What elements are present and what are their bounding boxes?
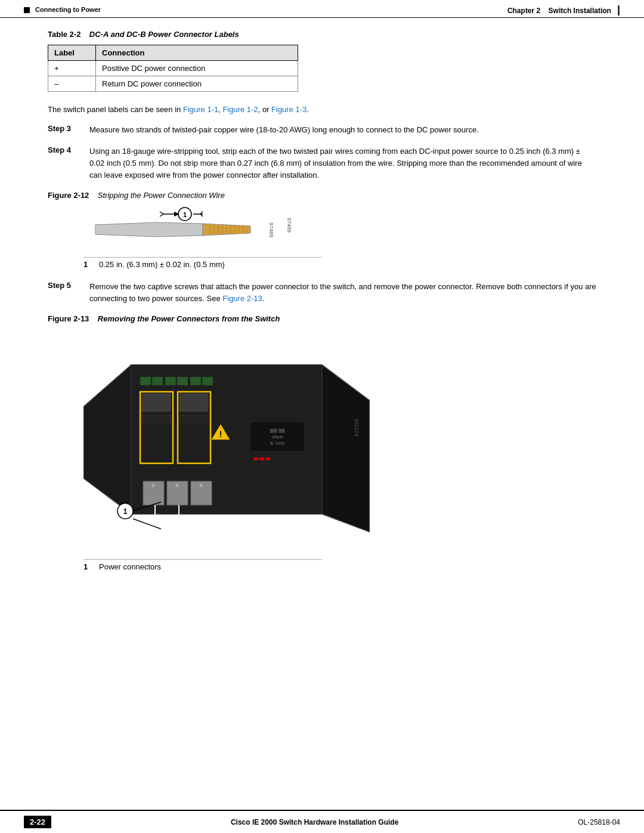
svg-rect-24 xyxy=(190,377,201,385)
wire-diagram: 1 xyxy=(83,206,596,269)
svg-text:IE 2000: IE 2000 xyxy=(270,441,284,445)
step-4-content: Using an 18-gauge wire-stripping tool, s… xyxy=(89,145,596,181)
wire-legend-number: 1 xyxy=(83,260,93,269)
switch-illustration: ! |||||| ||||| cisco IE 2000 xyxy=(83,329,370,562)
switch-diagram: ! |||||| ||||| cisco IE 2000 xyxy=(83,329,596,571)
svg-rect-38 xyxy=(253,457,258,460)
svg-point-46 xyxy=(199,484,203,487)
svg-rect-28 xyxy=(142,394,171,411)
wire-svg: 1 xyxy=(83,206,286,253)
svg-text:|||||| |||||: |||||| ||||| xyxy=(270,428,284,433)
wire-legend-text: 0.25 in. (6.3 mm) ± 0.02 in. (0.5 mm) xyxy=(99,260,225,269)
step-3-label: Step 3 xyxy=(48,124,89,136)
step-3: Step 3 Measure two strands of twisted-pa… xyxy=(48,124,596,136)
table-cell-connection-plus: Positive DC power connection xyxy=(96,61,298,76)
step-4: Step 4 Using an 18-gauge wire-stripping … xyxy=(48,145,596,181)
wire-illustration: 1 xyxy=(83,206,286,253)
step-5: Step 5 Remove the two captive screws tha… xyxy=(48,281,596,305)
step-3-content: Measure two strands of twisted-pair copp… xyxy=(89,124,596,136)
svg-rect-29 xyxy=(179,394,208,411)
svg-text:1: 1 xyxy=(183,211,187,218)
table-header-connection: Connection xyxy=(96,45,298,61)
step-4-label: Step 4 xyxy=(48,145,89,181)
figure-12-container: Figure 2-12 Stripping the Power Connecti… xyxy=(48,191,596,269)
table-cell-label-plus: + xyxy=(48,61,96,76)
table-header-label: Label xyxy=(48,45,96,61)
main-content: Table 2-2 DC-A and DC-B Power Connector … xyxy=(0,18,644,631)
figure-2-13-link[interactable]: Figure 2-13 xyxy=(222,294,262,303)
table-row: + Positive DC power connection xyxy=(48,61,298,76)
svg-marker-50 xyxy=(174,526,184,535)
svg-text:!: ! xyxy=(219,429,222,439)
footer-doc-title: Cisco IE 2000 Switch Hardware Installati… xyxy=(231,818,398,826)
connector-labels-table: Label Connection + Positive DC power con… xyxy=(48,45,298,92)
svg-line-5 xyxy=(160,214,163,216)
svg-rect-40 xyxy=(265,457,270,460)
table-cell-label-minus: – xyxy=(48,76,96,92)
figure-13-container: Figure 2-13 Removing the Power Connector… xyxy=(48,314,596,571)
step-5-content: Remove the two captive screws that attac… xyxy=(89,281,596,305)
svg-rect-21 xyxy=(152,377,163,385)
footer-page-number: 2-22 xyxy=(24,816,51,828)
figure-1-1-link[interactable]: Figure 1-1 xyxy=(183,105,218,114)
table-title: Table 2-2 DC-A and DC-B Power Connector … xyxy=(48,30,596,39)
svg-point-44 xyxy=(151,484,155,487)
step-5-label: Step 5 xyxy=(48,281,89,305)
figure-12-title: Figure 2-12 Stripping the Power Connecti… xyxy=(48,191,596,200)
svg-line-54 xyxy=(133,519,161,529)
svg-text:97489: 97489 xyxy=(268,222,274,237)
chapter-info: Chapter 2 Switch Installation | xyxy=(507,6,620,15)
svg-text:cisco: cisco xyxy=(272,434,283,439)
svg-marker-8 xyxy=(95,222,203,237)
svg-rect-23 xyxy=(177,377,188,385)
svg-rect-22 xyxy=(165,377,176,385)
switch-svg: ! |||||| ||||| cisco IE 2000 xyxy=(83,329,358,556)
table-cell-connection-minus: Return DC power connection xyxy=(96,76,298,92)
svg-line-4 xyxy=(160,212,163,214)
svg-rect-39 xyxy=(259,457,264,460)
figure-ref-id: 97489 xyxy=(286,218,292,233)
figure-1-2-link[interactable]: Figure 1-2 xyxy=(222,105,258,114)
svg-rect-25 xyxy=(202,377,213,385)
svg-marker-18 xyxy=(322,365,370,532)
table-row: – Return DC power connection xyxy=(48,76,298,92)
svg-rect-20 xyxy=(140,377,151,385)
page-footer: 2-22 Cisco IE 2000 Switch Hardware Insta… xyxy=(0,810,644,833)
breadcrumb: Connecting to Power xyxy=(24,6,101,13)
switch-panel-text: The switch panel labels can be seen in F… xyxy=(48,104,596,116)
svg-text:332224: 332224 xyxy=(354,419,360,436)
svg-text:1: 1 xyxy=(123,507,128,516)
wire-legend: 1 0.25 in. (6.3 mm) ± 0.02 in. (0.5 mm) xyxy=(83,257,322,269)
figure-13-title: Figure 2-13 Removing the Power Connector… xyxy=(48,314,596,323)
footer-doc-number: OL-25818-04 xyxy=(578,818,620,826)
figure-1-3-link[interactable]: Figure 1-3 xyxy=(271,105,306,114)
svg-rect-31 xyxy=(179,416,208,423)
switch-legend-number: 1 xyxy=(83,562,93,571)
svg-rect-30 xyxy=(142,416,171,423)
page-header: Connecting to Power Chapter 2 Switch Ins… xyxy=(0,0,644,18)
svg-marker-48 xyxy=(150,526,160,535)
power-connectors-text: Power connectors xyxy=(99,562,161,571)
svg-point-45 xyxy=(175,484,179,487)
